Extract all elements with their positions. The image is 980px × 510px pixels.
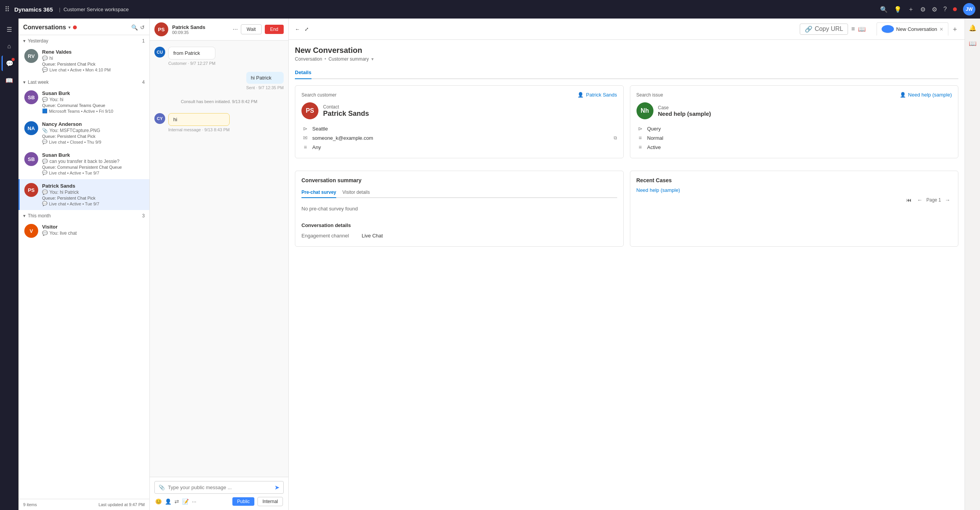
grid-icon[interactable]: ⠿ — [5, 5, 10, 14]
case-field2: Normal — [647, 135, 663, 141]
next-page-button[interactable]: → — [943, 196, 952, 204]
chat-input[interactable] — [168, 485, 271, 490]
right-panel-header-actions: 🔗 Copy URL ≡ 📖 — [800, 24, 866, 35]
conv-tab-bar: New Conversation ✕ ＋ — [877, 22, 958, 36]
lastweek-arrow: ▾ — [23, 80, 25, 85]
breadcrumb-dropdown[interactable]: ▾ — [371, 56, 374, 62]
send-icon[interactable]: ➤ — [274, 484, 279, 491]
chat-contact-avatar: PS — [154, 22, 168, 36]
far-sidebar-icon-1[interactable]: 🔔 — [966, 22, 979, 34]
conversations-search-icon[interactable]: 🔍 — [131, 24, 138, 30]
conv-item-susan-burk-1[interactable]: SB Susan Burk 💬 You: hi Queue: Communal … — [19, 86, 149, 117]
tab-pre-chat-survey[interactable]: Pre-chat survey — [301, 187, 336, 198]
breadcrumb-conversation[interactable]: Conversation — [295, 56, 322, 62]
livechat-icon-2: 💬 — [42, 139, 47, 144]
app-name: Dynamics 365 — [14, 6, 53, 13]
case-search-row: Search issue 👤 Need help (sample) — [636, 92, 952, 98]
rene-valdes-meta: 💬 Live chat • Active • Mon 4:10 PM — [42, 67, 145, 73]
right-content: New Conversation Conversation • Customer… — [289, 40, 965, 510]
susan-burk-1-queue: Queue: Communal Teams Queue — [42, 103, 145, 108]
conversations-notification-dot — [12, 58, 15, 61]
help-icon[interactable]: ? — [943, 6, 947, 13]
group-yesterday[interactable]: ▾ Yesterday 1 — [19, 35, 149, 45]
new-conv-tab[interactable]: New Conversation ✕ — [877, 22, 948, 36]
settings-icon[interactable]: ⚙ — [932, 6, 937, 13]
priority-icon: ≡ — [636, 135, 644, 141]
susan-burk-2-avatar: SB — [24, 152, 38, 166]
conv-item-nancy-anderson[interactable]: NA Nancy Anderson 📎 You: MSFTCapture.PNG… — [19, 117, 149, 148]
conversations-refresh-icon[interactable]: ↺ — [140, 24, 145, 30]
category-icon: ≡ — [301, 144, 309, 150]
wait-button[interactable]: Wait — [241, 24, 262, 34]
lightbulb-icon[interactable]: 💡 — [894, 6, 902, 13]
chat-header: PS Patrick Sands 00:09:35 ··· Wait End — [150, 19, 288, 41]
chat-contact-info: Patrick Sands 00:09:35 — [172, 24, 205, 35]
plus-nav-icon[interactable]: ＋ — [908, 5, 914, 14]
right-panel-book-icon[interactable]: 📖 — [858, 25, 866, 33]
livechat-icon-4: 💬 — [42, 201, 47, 206]
back-icon[interactable]: ← — [295, 26, 300, 32]
conv-item-susan-burk-2[interactable]: SB Susan Burk 💬 can you transfer it back… — [19, 148, 149, 179]
susan-burk-2-info: Susan Burk 💬 can you transfer it back to… — [42, 152, 145, 175]
conv-item-visitor[interactable]: V Visitor 💬 You: live chat — [19, 220, 149, 242]
public-button[interactable]: Public — [232, 497, 254, 506]
add-tab-icon[interactable]: ＋ — [951, 24, 958, 34]
customer-contact-details: Contact Patrick Sands — [323, 104, 369, 118]
right-panel-collapse-icon[interactable]: ≡ — [851, 25, 855, 32]
conv-item-patrick-sands[interactable]: PS Patrick Sands 💬 You: hi Patrick Queue… — [19, 179, 149, 210]
person-icon[interactable]: 👤 — [165, 498, 171, 505]
copy-email-icon[interactable]: ⧉ — [614, 135, 617, 141]
conversations-dropdown-arrow[interactable]: ▾ — [68, 25, 71, 30]
patrick-sands-preview: 💬 You: hi Patrick — [42, 190, 145, 195]
case-contact-row: Nh Case Need help (sample) — [636, 102, 952, 119]
susan-burk-2-meta: 💬 Live chat • Active • Tue 9/7 — [42, 170, 145, 175]
end-button[interactable]: End — [265, 25, 284, 34]
toolbar-more-icon[interactable]: ··· — [192, 498, 196, 505]
search-nav-icon[interactable]: 🔍 — [880, 6, 888, 13]
group-last-week[interactable]: ▾ Last week 4 — [19, 76, 149, 86]
customer-name-link[interactable]: Patrick Sands — [586, 92, 617, 98]
case-field1: Query — [647, 126, 661, 132]
agent-bubble: hi Patrick — [246, 72, 284, 84]
chat-more-options-icon[interactable]: ··· — [233, 26, 238, 33]
filter-icon[interactable]: ⚙ — [920, 6, 926, 13]
engagement-channel-label: Engagement channel — [301, 233, 355, 239]
tab-details[interactable]: Details — [295, 66, 311, 79]
no-survey-msg: No pre-chat survey found — [301, 203, 617, 218]
sidebar-conversations-icon[interactable]: 💬 — [2, 56, 17, 71]
case-field3: Active — [647, 144, 661, 150]
rene-valdes-info: Rene Valdes 💬 hi Queue: Persistent Chat … — [42, 49, 145, 73]
susan-burk-1-meta: 🟦 Microsoft Teams • Active • Fri 9/10 — [42, 108, 145, 114]
email-icon: ✉ — [301, 135, 309, 141]
sidebar-collapse-icon[interactable]: ☰ — [2, 22, 17, 37]
case-name-link[interactable]: Need help (sample) — [908, 92, 952, 98]
note-icon[interactable]: 📝 — [182, 498, 189, 505]
sidebar-home-icon[interactable]: ⌂ — [2, 39, 17, 54]
breadcrumb-customer-summary[interactable]: Customer summary — [328, 56, 369, 62]
close-tab-icon[interactable]: ✕ — [939, 27, 943, 32]
transfer-icon[interactable]: ⇄ — [174, 498, 179, 505]
customer-search-value[interactable]: 👤 Patrick Sands — [577, 92, 617, 98]
popout-icon[interactable]: ⤢ — [305, 26, 309, 32]
far-sidebar-icon-2[interactable]: 📖 — [966, 37, 979, 49]
group-this-month[interactable]: ▾ This month 3 — [19, 210, 149, 220]
patrick-sands-meta: 💬 Live chat • Active • Tue 9/7 — [42, 201, 145, 206]
sidebar-book-icon[interactable]: 📖 — [2, 73, 17, 88]
tab-visitor-details[interactable]: Visitor details — [342, 187, 370, 197]
attachment-icon[interactable]: 📎 — [159, 485, 165, 490]
prev-page-button[interactable]: ← — [916, 196, 924, 204]
nancy-anderson-info: Nancy Anderson 📎 You: MSFTCapture.PNG Qu… — [42, 121, 145, 144]
emoji-icon[interactable]: 😊 — [155, 498, 162, 505]
rene-valdes-avatar: RV — [24, 49, 38, 63]
recent-case-link[interactable]: Need help (sample) — [636, 187, 952, 193]
conv-item-rene-valdes[interactable]: RV Rene Valdes 💬 hi Queue: Persistent Ch… — [19, 45, 149, 76]
case-card-avatar: Nh — [636, 102, 653, 119]
details-tab-bar: Details — [295, 66, 958, 79]
user-avatar[interactable]: JW — [963, 3, 975, 15]
case-field1-row: ⊳ Query — [636, 124, 952, 133]
rene-valdes-queue: Queue: Persistent Chat Pick — [42, 62, 145, 66]
internal-button[interactable]: Internal — [257, 497, 283, 506]
first-page-button[interactable]: ⏮ — [905, 196, 913, 204]
case-search-value[interactable]: 👤 Need help (sample) — [900, 92, 952, 98]
copy-url-button[interactable]: 🔗 Copy URL — [800, 24, 848, 35]
